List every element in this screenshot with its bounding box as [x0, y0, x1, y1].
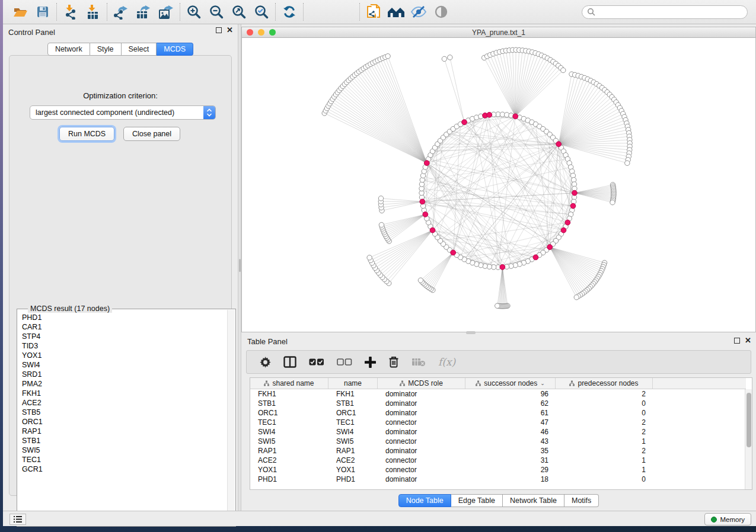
memory-button[interactable]: Memory — [704, 513, 751, 525]
open-folder-icon[interactable] — [9, 2, 31, 21]
table-row[interactable]: ACE2ACE2connector311 — [250, 456, 745, 465]
column-header-predecessor-nodes[interactable]: predecessor nodes — [556, 378, 653, 389]
export-table-icon[interactable] — [132, 2, 155, 21]
mcds-result-item[interactable]: CAR1 — [20, 322, 226, 332]
search-input[interactable] — [582, 5, 748, 19]
import-network-icon[interactable] — [59, 2, 82, 21]
save-icon[interactable] — [31, 2, 54, 21]
tab-network[interactable]: Network — [47, 43, 90, 56]
tab-mcds[interactable]: MCDS — [157, 43, 193, 56]
mcds-result-item[interactable]: RAP1 — [20, 427, 226, 436]
splitter-grip[interactable] — [239, 259, 241, 272]
table-cell: SWI5 — [328, 437, 378, 446]
mcds-result-item[interactable]: TID3 — [20, 341, 226, 351]
settings-gear-icon[interactable] — [260, 357, 271, 368]
sort-descending-icon[interactable]: ⌄ — [540, 380, 545, 386]
table-body[interactable]: FKH1FKH1dominator962STB1STB1dominator620… — [250, 389, 745, 489]
table-cell: 96 — [465, 390, 556, 398]
mcds-result-item[interactable]: ORC1 — [20, 417, 226, 427]
mcds-result-item[interactable]: SRD1 — [20, 370, 226, 379]
zoom-in-icon[interactable] — [183, 2, 205, 21]
tab-select[interactable]: Select — [122, 43, 157, 56]
table-cell: dominator — [378, 428, 465, 436]
table-header-row: shared namenameMCDS rolesuccessor nodes⌄… — [250, 378, 746, 389]
mcds-result-item[interactable]: STB5 — [20, 408, 226, 417]
memory-label: Memory — [720, 516, 745, 523]
show-columns-icon[interactable] — [283, 356, 296, 368]
clone-network-icon[interactable] — [362, 2, 385, 21]
search-icon — [587, 8, 595, 16]
table-scrollbar-thumb[interactable] — [747, 393, 751, 447]
close-panel-icon[interactable]: ✕ — [745, 338, 751, 344]
mcds-result-item[interactable]: STP4 — [20, 332, 226, 341]
tab-node-table[interactable]: Node Table — [398, 494, 451, 507]
tab-motifs[interactable]: Motifs — [564, 494, 599, 507]
add-column-icon[interactable] — [365, 357, 376, 368]
task-history-button[interactable] — [9, 514, 26, 525]
table-cell: PHD1 — [250, 475, 328, 483]
table-cell: 2 — [556, 390, 653, 398]
refresh-icon[interactable] — [278, 2, 301, 21]
tab-style[interactable]: Style — [90, 43, 122, 56]
export-image-icon[interactable] — [155, 2, 177, 21]
table-row[interactable]: SWI5SWI5connector431 — [250, 437, 745, 446]
home-views-icon[interactable] — [385, 2, 407, 21]
table-cell: connector — [378, 456, 465, 464]
run-mcds-button[interactable]: Run MCDS — [59, 127, 114, 141]
float-panel-icon[interactable] — [216, 27, 222, 33]
table-row[interactable]: PHD1PHD1dominator180 — [250, 475, 745, 484]
horizontal-splitter-grip[interactable] — [466, 331, 476, 334]
mcds-result-item[interactable]: PMA2 — [20, 379, 226, 389]
network-canvas[interactable] — [242, 38, 755, 332]
delete-table-icon[interactable] — [412, 357, 426, 367]
table-row[interactable]: TEC1TEC1connector472 — [250, 418, 745, 427]
table-cell: dominator — [378, 399, 465, 408]
mcds-result-item[interactable]: SWI4 — [20, 360, 226, 370]
close-panel-button[interactable]: Close panel — [123, 127, 180, 141]
float-panel-icon[interactable] — [734, 338, 740, 344]
table-row[interactable]: RAP1RAP1dominator352 — [250, 446, 745, 456]
list-icon — [13, 515, 23, 523]
table-panel-title: Table Panel — [247, 337, 288, 346]
mcds-result-item[interactable]: SWI5 — [20, 446, 226, 455]
mcds-result-item[interactable]: PHD1 — [20, 313, 226, 322]
table-scrollbar[interactable] — [745, 389, 752, 489]
delete-column-icon[interactable] — [388, 356, 399, 368]
node-table: shared namenameMCDS rolesuccessor nodes⌄… — [250, 377, 752, 490]
table-row[interactable]: FKH1FKH1dominator962 — [250, 389, 745, 399]
table-row[interactable]: ORC1ORC1dominator610 — [250, 408, 745, 418]
table-row[interactable]: SWI4SWI4dominator462 — [250, 427, 745, 437]
hide-graphics-icon[interactable] — [407, 2, 430, 21]
close-panel-icon[interactable]: ✕ — [227, 27, 233, 33]
mcds-list-scrollbar[interactable] — [227, 310, 235, 525]
show-graphics-icon[interactable] — [430, 2, 452, 21]
column-header-name[interactable]: name — [328, 378, 378, 389]
mcds-result-item[interactable]: FKH1 — [20, 389, 226, 398]
table-cell: SWI4 — [328, 428, 378, 436]
zoom-selected-icon[interactable] — [250, 2, 273, 21]
table-row[interactable]: STB1STB1dominator620 — [250, 399, 745, 408]
table-row[interactable]: YOX1YOX1connector291 — [250, 465, 745, 475]
zoom-out-icon[interactable] — [205, 2, 228, 21]
mcds-result-item[interactable]: STB1 — [20, 436, 226, 446]
mcds-result-item[interactable]: YOX1 — [20, 351, 226, 360]
mcds-result-item[interactable]: GCR1 — [20, 464, 226, 474]
column-header-MCDS-role[interactable]: MCDS role — [378, 378, 465, 389]
export-network-icon[interactable] — [110, 2, 132, 21]
mcds-result-list[interactable]: PHD1CAR1STP4TID3YOX1SWI4SRD1PMA2FKH1ACE2… — [20, 313, 226, 524]
column-header-shared-name[interactable]: shared name — [250, 378, 328, 389]
tab-network-table[interactable]: Network Table — [503, 494, 564, 507]
mcds-result-item[interactable]: ACE2 — [20, 398, 226, 408]
optimization-criterion-select[interactable]: largest connected component (undirected) — [30, 105, 216, 120]
network-window-titlebar[interactable]: YPA_prune.txt_1 — [242, 27, 755, 38]
import-table-icon[interactable] — [82, 2, 104, 21]
column-header-successor-nodes[interactable]: successor nodes⌄ — [465, 378, 556, 389]
table-cell: 62 — [465, 399, 556, 408]
zoom-fit-icon[interactable] — [228, 2, 250, 21]
tab-edge-table[interactable]: Edge Table — [451, 494, 503, 507]
deselect-all-checkboxes-icon[interactable] — [337, 358, 352, 366]
table-cell: 31 — [465, 456, 556, 464]
select-all-checkboxes-icon[interactable] — [309, 358, 324, 366]
mcds-result-item[interactable]: TEC1 — [20, 455, 226, 464]
function-builder-icon[interactable]: f(x) — [438, 356, 455, 368]
